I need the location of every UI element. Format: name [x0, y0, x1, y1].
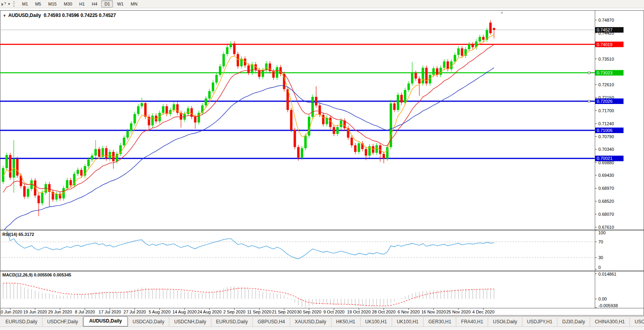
svg-text:19 Jun 2020: 19 Jun 2020: [23, 310, 47, 314]
status-strip: [0, 326, 644, 330]
symbol-tab-audusd-daily[interactable]: AUDUSD,Daily: [83, 316, 128, 326]
symbol-tab-usdjpy-h1[interactable]: USDJPY,H1: [522, 317, 557, 326]
candlestick-series: [2, 20, 495, 216]
top-toolbar: ▼ M1M5M15M30H1H4D1W1MN: [0, 0, 644, 8]
svg-text:9 Oct 2020: 9 Oct 2020: [323, 310, 344, 314]
svg-text:4 Dec 2020: 4 Dec 2020: [472, 310, 494, 314]
svg-text:0.68070: 0.68070: [598, 212, 614, 217]
svg-text:11 Sep 2020: 11 Sep 2020: [247, 310, 272, 314]
chart-cursor-icon[interactable]: [0, 1, 7, 7]
timeframe-button-m30[interactable]: M30: [61, 0, 75, 7]
macd-name: MACD(12,26,9): [2, 273, 33, 277]
svg-text:0.00: 0.00: [598, 297, 607, 301]
symbol-tab-dj30-daily[interactable]: DJ30,Daily: [557, 317, 590, 326]
symbol-tab-fra40-h1[interactable]: FRA40,H1: [456, 317, 488, 326]
svg-text:-0.005938: -0.005938: [598, 303, 618, 308]
svg-text:29 Jun 2020: 29 Jun 2020: [48, 310, 72, 314]
svg-text:70: 70: [598, 239, 603, 244]
symbol-tab-china300-h1[interactable]: CHINA300,H1: [590, 317, 630, 326]
chart-title: ▼AUDUSD,Daily 0.74593 0.74596 0.74225 0.…: [3, 13, 116, 18]
svg-text:16 Nov 2020: 16 Nov 2020: [421, 310, 446, 314]
price-axis[interactable]: 0.748700.744200.739700.735100.730600.726…: [595, 18, 614, 230]
rsi-panel: 10070300: [0, 230, 605, 270]
macd-axis[interactable]: 0.0148610.00-0.005938: [595, 272, 618, 308]
timeframe-button-m5[interactable]: M5: [32, 0, 44, 7]
rsi-name: RSI(14): [2, 232, 17, 237]
svg-text:10 Jun 2020: 10 Jun 2020: [0, 310, 22, 314]
svg-text:0.73510: 0.73510: [598, 57, 614, 61]
svg-text:27 Jul 2020: 27 Jul 2020: [124, 310, 146, 314]
symbol-tabbar: EURUSD,DailyUSDCHF,DailyAUDUSD,DailyUSDC…: [0, 316, 644, 326]
timeframe-button-m15[interactable]: M15: [45, 0, 59, 7]
ma-slow-line: [3, 68, 494, 231]
svg-text:28 Oct 2020: 28 Oct 2020: [372, 310, 396, 314]
symbol-tab-gbpusd-h4[interactable]: GBPUSD,H4: [253, 317, 290, 326]
svg-text:0.74019: 0.74019: [597, 42, 613, 47]
timeframe-button-h4[interactable]: H4: [89, 0, 100, 7]
svg-text:0.71700: 0.71700: [598, 108, 614, 113]
svg-text:0.71006: 0.71006: [597, 128, 613, 133]
svg-text:6 Nov 2020: 6 Nov 2020: [398, 310, 420, 314]
macd-panel: [3, 282, 494, 307]
chart-canvas[interactable]: 0.748700.744200.739700.735100.730600.726…: [0, 9, 644, 316]
chart-ohlc-values: 0.74593 0.74596 0.74225 0.74527: [44, 13, 116, 18]
svg-text:14 Aug 2020: 14 Aug 2020: [172, 310, 197, 314]
svg-text:0.68970: 0.68970: [598, 186, 614, 191]
chart-tool-dropdown-caret-icon[interactable]: ▼: [7, 2, 12, 6]
timeframe-button-d1[interactable]: D1: [101, 0, 113, 7]
svg-text:0.71240: 0.71240: [598, 121, 614, 126]
symbol-tab-usdchf-daily[interactable]: USDCHF,Daily: [43, 317, 83, 326]
svg-text:24 Aug 2020: 24 Aug 2020: [197, 310, 222, 314]
symbol-tab-usoil-h[interactable]: USOil,H: [630, 317, 644, 326]
symbol-tab-eurusd-daily[interactable]: EURUSD,Daily: [1, 317, 43, 326]
symbol-tab-uk100-h1[interactable]: UK100,H1: [392, 317, 424, 326]
symbol-tab-ger30-h1[interactable]: GER30,H1: [424, 317, 456, 326]
symbol-tab-usdcad-daily[interactable]: USDCAD,Daily: [128, 317, 170, 326]
svg-text:0: 0: [598, 265, 601, 270]
symbol-tab-usoil-daily[interactable]: USOil,Daily: [488, 317, 522, 326]
chart-shift-marker-icon[interactable]: ▼: [500, 11, 504, 15]
svg-text:0.74527: 0.74527: [597, 28, 613, 32]
symbol-tab-eurusd-daily[interactable]: EURUSD,Daily: [211, 317, 253, 326]
macd-values: 0.005506 0.005345: [34, 273, 71, 277]
svg-text:0.014861: 0.014861: [598, 272, 616, 276]
line-handle[interactable]: [588, 72, 590, 74]
horizontal-lines[interactable]: [0, 30, 595, 158]
svg-text:0.72026: 0.72026: [597, 99, 613, 104]
panel-borders: [0, 11, 644, 316]
chart-symbol-period: AUDUSD,Daily: [8, 13, 41, 18]
svg-text:0.68520: 0.68520: [598, 199, 614, 204]
svg-text:0.70021: 0.70021: [597, 156, 613, 161]
svg-text:0.73023: 0.73023: [597, 70, 613, 75]
svg-text:17 Jul 2020: 17 Jul 2020: [99, 310, 121, 314]
toolbar-grip[interactable]: [13, 1, 16, 7]
timeframe-button-h1[interactable]: H1: [76, 0, 88, 7]
date-axis[interactable]: 10 Jun 202019 Jun 202029 Jun 20208 Jul 2…: [0, 308, 494, 315]
svg-text:100: 100: [598, 230, 605, 235]
svg-text:2 Sep 2020: 2 Sep 2020: [223, 310, 245, 314]
chart-window: 0.748700.744200.739700.735100.730600.726…: [0, 9, 644, 316]
svg-text:0.70340: 0.70340: [598, 147, 614, 152]
svg-text:25 Nov 2020: 25 Nov 2020: [446, 310, 470, 314]
symbol-tab-hk50-h1[interactable]: HK50,H1: [331, 317, 361, 326]
rsi-value: 65.3172: [19, 232, 34, 237]
timeframe-button-mn[interactable]: MN: [128, 0, 141, 7]
svg-text:0.72610: 0.72610: [598, 82, 614, 87]
symbol-tab-uk100-h1[interactable]: UK100,H1: [361, 317, 392, 326]
timeframe-button-w1[interactable]: W1: [114, 0, 127, 7]
svg-text:30 Sep 2020: 30 Sep 2020: [297, 310, 321, 314]
line-handle[interactable]: [588, 100, 590, 102]
chart-title-caret-icon[interactable]: ▼: [3, 14, 6, 18]
symbol-tab-usdcnh-daily[interactable]: USDCNH,Daily: [169, 317, 211, 326]
svg-text:0.70790: 0.70790: [598, 134, 614, 139]
svg-text:19 Oct 2020: 19 Oct 2020: [347, 310, 371, 314]
svg-text:0.67610: 0.67610: [598, 225, 614, 230]
svg-text:5 Aug 2020: 5 Aug 2020: [149, 310, 171, 314]
rsi-indicator-label: RSI(14) 65.3172: [2, 232, 34, 237]
svg-text:21 Sep 2020: 21 Sep 2020: [272, 310, 296, 314]
svg-text:0.74870: 0.74870: [598, 18, 614, 22]
timeframe-button-m1[interactable]: M1: [19, 0, 31, 7]
symbol-tab-xauusd-daily[interactable]: XAUUSD,Daily: [290, 317, 331, 326]
rsi-line: [3, 230, 494, 259]
svg-text:0.69430: 0.69430: [598, 173, 614, 178]
